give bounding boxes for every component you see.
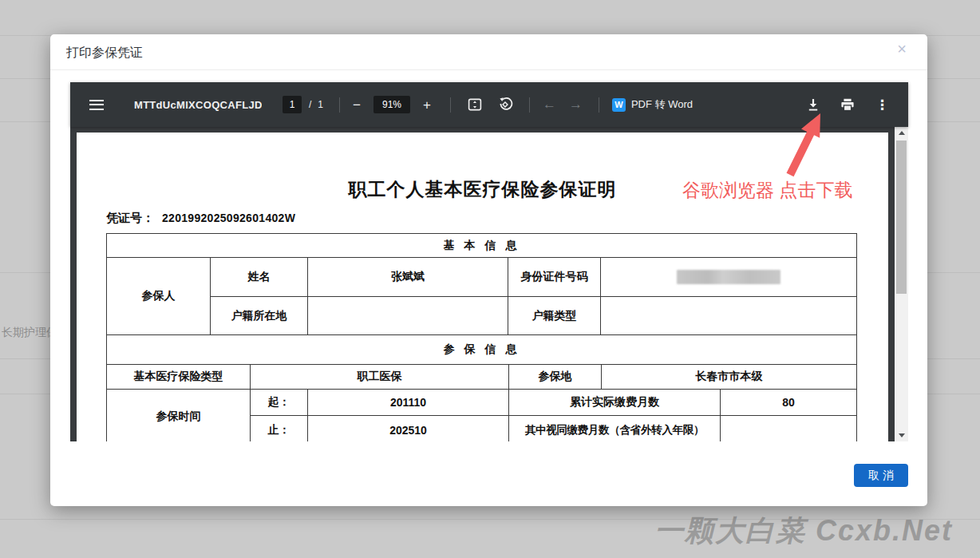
actual-months-value: 80 — [721, 390, 857, 416]
page-separator: / — [309, 99, 311, 110]
redacted-id-number — [677, 270, 780, 284]
pdf-to-word-button[interactable]: PDF 转 Word — [631, 97, 693, 112]
toolbar-divider — [529, 97, 530, 113]
pdf-viewer: MTTdUcMlXCOQCAFLJD... 1 / 1 − 91% + — [70, 82, 908, 441]
actual-months-label: 累计实际缴费月数 — [509, 390, 721, 416]
print-icon[interactable] — [840, 98, 855, 112]
insure-place-label: 参保地 — [509, 365, 602, 390]
background-clipped-text: 长期护理保 — [2, 326, 51, 340]
print-voucher-modal: 打印参保凭证 × MTTdUcMlXCOQCAFLJD... 1 / 1 − 9… — [50, 34, 927, 506]
page-number-input[interactable]: 1 — [283, 96, 302, 113]
voucher-number: 2201992025092601402W — [162, 212, 295, 224]
scrollbar-thumb[interactable] — [896, 140, 907, 294]
more-options-icon[interactable]: ⋮ — [875, 97, 889, 113]
residence-type-value — [601, 297, 857, 335]
zoom-level[interactable]: 91% — [373, 96, 410, 113]
name-value: 张斌斌 — [308, 258, 508, 297]
voucher-number-line: 凭证号：2201992025092601402W — [106, 211, 295, 226]
section-insure-info: 参 保 信 息 — [107, 335, 857, 365]
deemed-months-label: 其中视同缴费月数（含省外转入年限） — [509, 416, 721, 441]
insure-place-value: 长春市市本级 — [602, 365, 857, 390]
zoom-out-button[interactable]: − — [350, 97, 364, 113]
period-start-value: 201110 — [308, 390, 509, 416]
scroll-up-icon[interactable] — [895, 127, 908, 139]
residence-type-label: 户籍类型 — [508, 297, 601, 335]
toolbar-divider — [450, 97, 451, 113]
id-number-cell — [601, 258, 857, 297]
insured-person-label: 参保人 — [107, 258, 211, 335]
insure-period-label: 参保时间 — [107, 390, 251, 441]
pdf-filename: MTTdUcMlXCOQCAFLJD... — [134, 99, 262, 111]
close-icon[interactable]: × — [897, 41, 907, 57]
rotate-icon[interactable] — [497, 97, 513, 113]
id-number-label: 身份证件号码 — [508, 258, 601, 297]
screen: { "background": { "left_text": "长期护理保", … — [0, 0, 980, 558]
toolbar-divider — [339, 97, 340, 113]
site-watermark: 一颗大白菜 Ccxb.Net — [654, 512, 953, 551]
pdf-page: 职工个人基本医疗保险参保证明 凭证号：2201992025092601402W … — [77, 133, 888, 441]
period-end-value: 202510 — [308, 416, 509, 441]
residence-label: 户籍所在地 — [211, 297, 308, 335]
zoom-in-button[interactable]: + — [420, 97, 434, 113]
scrollbar[interactable] — [895, 127, 908, 441]
modal-header: 打印参保凭证 × — [50, 34, 927, 70]
pdf-viewport: 职工个人基本医疗保险参保证明 凭证号：2201992025092601402W … — [70, 127, 908, 441]
download-icon[interactable] — [807, 98, 820, 112]
page-total: 1 — [318, 99, 323, 110]
cancel-button[interactable]: 取 消 — [854, 464, 908, 487]
word-icon[interactable]: W — [612, 98, 626, 112]
menu-icon[interactable] — [89, 100, 104, 110]
period-end-label: 止： — [251, 416, 308, 441]
certificate-title: 职工个人基本医疗保险参保证明 — [77, 177, 888, 202]
insurance-type-value: 职工医保 — [251, 365, 509, 390]
pdf-toolbar: MTTdUcMlXCOQCAFLJD... 1 / 1 − 91% + — [70, 82, 908, 127]
modal-title: 打印参保凭证 — [66, 45, 143, 61]
forward-arrow-icon[interactable]: → — [569, 97, 583, 113]
fit-to-page-icon[interactable] — [467, 97, 483, 113]
toolbar-divider — [599, 97, 599, 113]
scroll-down-icon[interactable] — [895, 429, 908, 441]
deemed-months-value — [721, 416, 857, 441]
certificate-table: 基 本 信 息 参保人 姓名 张斌斌 身份证件号码 — [106, 233, 857, 441]
period-start-label: 起： — [251, 390, 308, 416]
back-arrow-icon[interactable]: ← — [543, 97, 556, 113]
voucher-label: 凭证号： — [106, 211, 154, 224]
name-label: 姓名 — [211, 258, 308, 297]
residence-value — [308, 297, 508, 335]
section-basic-info: 基 本 信 息 — [107, 234, 857, 258]
insurance-type-label: 基本医疗保险类型 — [107, 365, 251, 390]
